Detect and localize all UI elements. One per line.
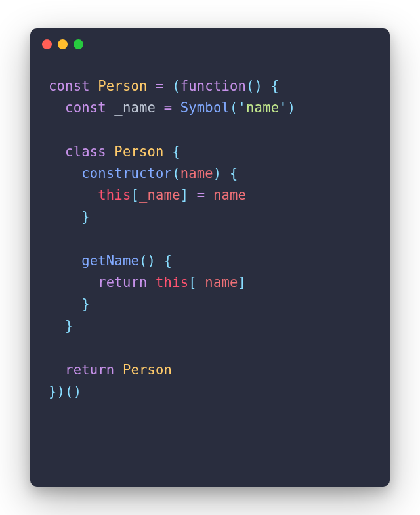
minimize-icon[interactable]	[58, 39, 68, 49]
method-constructor: constructor	[81, 166, 172, 181]
function-symbol: Symbol	[180, 100, 230, 116]
method-getname: getName	[81, 253, 139, 269]
identifier-person: Person	[123, 362, 172, 378]
keyword-return: return	[65, 362, 114, 378]
identifier-name: _name	[114, 100, 156, 116]
identifier-name: _name	[139, 187, 180, 203]
operator-equals: =	[164, 100, 173, 116]
keyword-const: const	[49, 78, 90, 94]
close-icon[interactable]	[42, 39, 52, 49]
operator-equals: =	[156, 78, 164, 94]
maximize-icon[interactable]	[74, 39, 83, 49]
keyword-const: const	[65, 100, 106, 116]
keyword-this: this	[156, 275, 188, 290]
identifier-name: _name	[197, 275, 238, 290]
paren-open: (	[172, 78, 180, 94]
param-name: name	[180, 166, 213, 181]
window-titlebar	[30, 28, 390, 60]
keyword-class: class	[65, 144, 106, 160]
keyword-function: function	[180, 78, 246, 94]
keyword-return: return	[98, 275, 147, 290]
code-content: const Person = (function() { const _name…	[30, 60, 390, 418]
code-window: const Person = (function() { const _name…	[30, 28, 390, 487]
identifier-person: Person	[98, 78, 147, 94]
param-name: name	[213, 187, 246, 203]
string-name: name	[246, 100, 279, 116]
class-person: Person	[114, 144, 163, 160]
brace-open: {	[271, 78, 280, 94]
keyword-this: this	[98, 187, 131, 203]
brace-close: }	[81, 209, 90, 225]
